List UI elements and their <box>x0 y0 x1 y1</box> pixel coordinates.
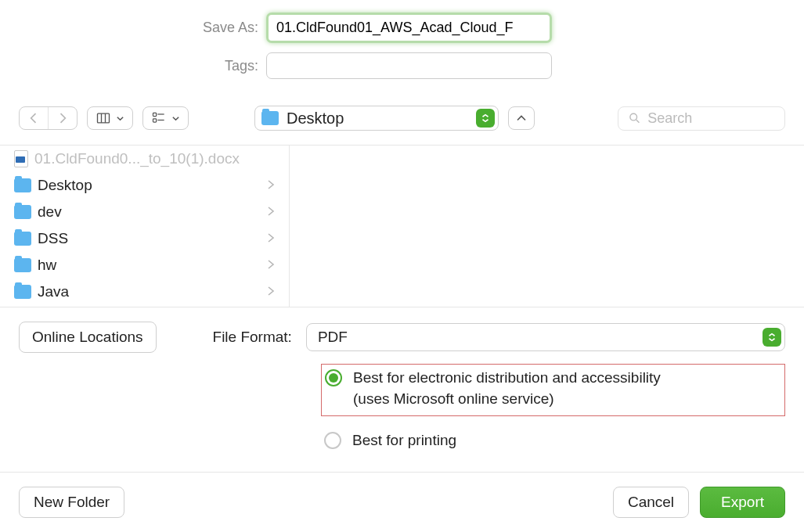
item-name: DSS <box>38 230 68 247</box>
chevron-down-icon <box>171 114 180 123</box>
save-as-label: Save As: <box>0 20 258 36</box>
collapse-button[interactable] <box>508 106 535 130</box>
tags-input[interactable] <box>266 52 552 79</box>
location-label: Desktop <box>287 110 344 128</box>
online-locations-button[interactable]: Online Locations <box>19 322 157 353</box>
pdf-option[interactable]: Best for electronic distribution and acc… <box>321 364 785 416</box>
nav-back-forward <box>19 106 78 130</box>
toolbar: Desktop <box>0 96 804 146</box>
chevron-left-icon <box>26 110 41 126</box>
radio-label: Best for printing <box>352 430 456 451</box>
folder-icon <box>14 232 31 246</box>
folder-icon <box>14 258 31 272</box>
pdf-options: Best for electronic distribution and acc… <box>321 364 785 458</box>
chevron-right-icon <box>267 230 275 247</box>
forward-button[interactable] <box>48 107 77 129</box>
folder-item[interactable]: dev <box>0 199 289 225</box>
chevron-right-icon <box>55 110 70 126</box>
chevron-right-icon <box>267 257 275 274</box>
chevron-right-icon <box>267 203 275 221</box>
file-browser: 01.CldFound0..._to_10(1).docxDesktopdevD… <box>0 146 804 307</box>
back-button[interactable] <box>20 107 48 129</box>
chevron-down-icon <box>116 114 124 123</box>
columns-icon <box>96 110 111 126</box>
cancel-button[interactable]: Cancel <box>613 487 689 518</box>
chevron-right-icon <box>267 283 275 300</box>
search-input[interactable] <box>647 110 775 127</box>
tags-label: Tags: <box>0 58 258 74</box>
folder-item[interactable]: Java <box>0 279 289 305</box>
radio-icon <box>325 369 342 386</box>
radio-icon <box>324 432 341 449</box>
updown-icon <box>763 328 781 347</box>
file-format-value: PDF <box>318 329 348 346</box>
save-as-input[interactable] <box>266 13 552 43</box>
folder-icon <box>14 205 31 219</box>
chevron-right-icon <box>267 177 275 194</box>
file-format-label: File Format: <box>213 329 292 346</box>
group-icon <box>151 110 167 126</box>
location-dropdown[interactable]: Desktop <box>254 106 499 131</box>
folder-item[interactable]: Desktop <box>0 172 289 199</box>
svg-line-8 <box>636 120 640 123</box>
file-item[interactable]: 01.CldFound0..._to_10(1).docx <box>0 146 289 172</box>
svg-rect-4 <box>153 119 157 122</box>
item-name: Desktop <box>38 177 92 194</box>
folder-item[interactable]: hw <box>0 252 289 279</box>
item-name: hw <box>38 257 56 274</box>
group-button[interactable] <box>142 106 189 130</box>
search-icon <box>628 110 641 126</box>
radio-label: Best for electronic distribution and acc… <box>353 368 661 409</box>
folder-icon <box>14 285 31 299</box>
view-columns-button[interactable] <box>87 106 133 130</box>
pdf-option[interactable]: Best for printing <box>321 427 785 458</box>
file-format-select[interactable]: PDF <box>306 323 785 351</box>
item-name: Java <box>38 283 69 300</box>
folder-item[interactable]: DSS <box>0 225 289 252</box>
export-button[interactable]: Export <box>700 487 785 518</box>
new-folder-button[interactable]: New Folder <box>19 487 124 518</box>
svg-rect-0 <box>98 113 110 123</box>
svg-rect-3 <box>153 113 157 116</box>
item-name: 01.CldFound0..._to_10(1).docx <box>34 150 240 167</box>
folder-icon <box>14 178 31 192</box>
doc-icon <box>14 150 28 167</box>
search-field[interactable] <box>618 106 785 131</box>
chevron-up-icon <box>514 110 529 126</box>
folder-icon <box>261 111 279 125</box>
item-name: dev <box>38 203 62 221</box>
updown-icon <box>476 109 495 128</box>
svg-point-7 <box>630 113 637 120</box>
